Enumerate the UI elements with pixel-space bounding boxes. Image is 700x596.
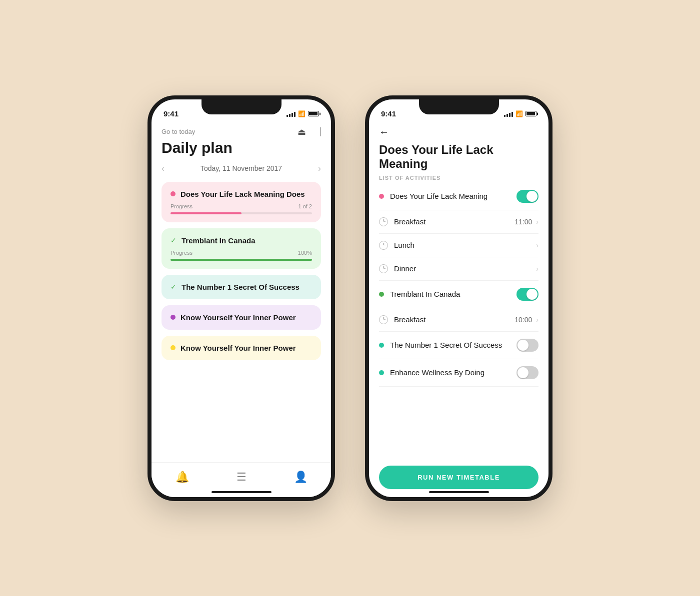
chart-icon[interactable]: ⎹ [313,126,321,137]
card-title-row-4: Know Yourself Your Inner Power [170,313,312,322]
next-date-arrow[interactable]: › [318,163,321,174]
run-timetable-button[interactable]: RUN NEW TIMETABLE [379,466,538,489]
activity-row-6[interactable]: Breakfast 10:00 › [379,308,538,332]
card-title-1: Does Your Life Lack Meaning Does [180,190,305,198]
activity-card-3[interactable]: ✓ The Number 1 Secret Of Success [162,275,321,299]
go-to-today[interactable]: Go to today [162,128,195,135]
home-indicator-2 [429,491,489,493]
toggle-7[interactable] [516,339,538,352]
activity-name-2: Breakfast [394,217,426,226]
wifi-icon-1: 📶 [298,110,306,117]
activity-left-7: The Number 1 Secret Of Success [379,341,502,349]
activity-left-4: Dinner [379,264,416,273]
activity-name-3: Lunch [394,241,414,249]
activity-name-4: Dinner [394,264,416,273]
activity-name-8: Enhance Wellness By Doing [390,368,484,377]
card-dot-5 [170,345,176,350]
phone2-title: Does Your Life Lack Meaning [379,143,538,171]
battery-icon-1 [308,111,319,116]
activity-row-5: Tremblant In Canada [379,281,538,308]
activity-card-4[interactable]: Know Yourself Your Inner Power [162,305,321,330]
progress-label-2: Progress [170,250,192,256]
battery-icon-2 [526,111,536,116]
page-title: Daily plan [162,139,321,156]
card-title-2: Tremblant In Canada [182,236,256,245]
activity-left-5: Tremblant In Canada [379,290,460,298]
clock-icon-6 [379,315,388,324]
progress-bar-bg-2 [170,259,312,261]
toggle-1[interactable] [516,190,538,203]
progress-value-1: 1 of 2 [298,203,312,209]
activity-name-1: Does Your Life Lack Meaning [390,192,488,200]
progress-row-2: Progress 100% [170,250,312,256]
home-indicator-1 [212,491,272,493]
clock-icon-3 [379,241,388,250]
status-time-2: 9:41 [381,109,396,118]
activity-left-6: Breakfast [379,315,426,324]
activity-name-6: Breakfast [394,315,426,324]
phone-daily-plan: 9:41 📶 Go to today ⏏ ⎹ [148,95,335,501]
activity-card-1[interactable]: Does Your Life Lack Meaning Does Progres… [162,182,321,222]
activity-row-3[interactable]: Lunch › [379,234,538,257]
activity-name-7: The Number 1 Secret Of Success [390,341,502,349]
activity-time-6: 10:00 [514,316,532,324]
activity-card-2[interactable]: ✓ Tremblant In Canada Progress 100% [162,228,321,269]
progress-bar-bg-1 [170,212,312,214]
chevron-4: › [536,265,538,273]
header-icons: ⏏ ⎹ [298,126,321,137]
activity-card-5[interactable]: Know Yourself Your Inner Power [162,336,321,360]
status-icons-1: 📶 [286,110,319,117]
chevron-6: › [536,316,538,324]
toggle-8[interactable] [516,366,538,379]
activity-row-8: Enhance Wellness By Doing [379,359,538,387]
activity-dot-5 [379,292,384,297]
date-text: Today, 11 November 2017 [200,164,282,172]
status-icons-2: 📶 [504,110,536,117]
activity-left-1: Does Your Life Lack Meaning [379,192,488,200]
card-title-row-3: ✓ The Number 1 Secret Of Success [170,283,312,291]
activity-dot-8 [379,370,384,375]
activity-dot-1 [379,194,384,199]
card-check-3: ✓ [170,283,176,291]
progress-bar-fill-1 [170,212,242,214]
phone-notch [202,99,282,114]
chevron-2: › [536,218,538,226]
chevron-3: › [536,241,538,249]
nav-bell-icon[interactable]: 🔔 [176,471,189,484]
nav-list-icon[interactable]: ☰ [236,471,246,484]
back-arrow[interactable]: ← [379,126,389,138]
activity-row-4[interactable]: Dinner › [379,257,538,281]
nav-profile-icon[interactable]: 👤 [294,471,308,484]
card-title-row-1: Does Your Life Lack Meaning Does [170,190,312,198]
activity-dot-7 [379,343,384,348]
activity-left-2: Breakfast [379,217,426,226]
activity-row-2[interactable]: Breakfast 11:00 › [379,210,538,234]
phone-notch-2 [419,99,499,114]
toggle-5[interactable] [516,288,538,301]
card-title-3: The Number 1 Secret Of Success [182,283,300,291]
card-title-row-5: Know Yourself Your Inner Power [170,344,312,352]
progress-row-1: Progress 1 of 2 [170,203,312,209]
date-nav: ‹ Today, 11 November 2017 › [162,163,321,174]
activity-row-7: The Number 1 Secret Of Success [379,332,538,359]
clock-icon-2 [379,217,388,226]
activity-name-5: Tremblant In Canada [390,290,460,298]
phone2-content: ← Does Your Life Lack Meaning LIST OF AC… [369,121,548,497]
clock-icon-4 [379,264,388,273]
card-title-row-2: ✓ Tremblant In Canada [170,236,312,245]
card-dot-1 [170,191,176,196]
phone-activity-detail: 9:41 📶 ← Does Your Life Lack Meaning LI [365,95,552,501]
card-check-2: ✓ [170,236,176,244]
notes-icon[interactable]: ⏏ [298,126,306,137]
activity-left-3: Lunch [379,241,414,250]
signal-bars-1 [286,111,296,117]
prev-date-arrow[interactable]: ‹ [162,163,164,174]
activities-list: Does Your Life Lack Meaning Breakfast 11… [369,183,548,458]
activity-left-8: Enhance Wellness By Doing [379,368,484,377]
signal-bars-2 [504,111,513,117]
card-title-5: Know Yourself Your Inner Power [180,344,296,352]
progress-label-1: Progress [170,203,192,209]
status-time-1: 9:41 [164,109,178,118]
activity-row-1: Does Your Life Lack Meaning [379,183,538,210]
card-title-4: Know Yourself Your Inner Power [180,313,296,322]
